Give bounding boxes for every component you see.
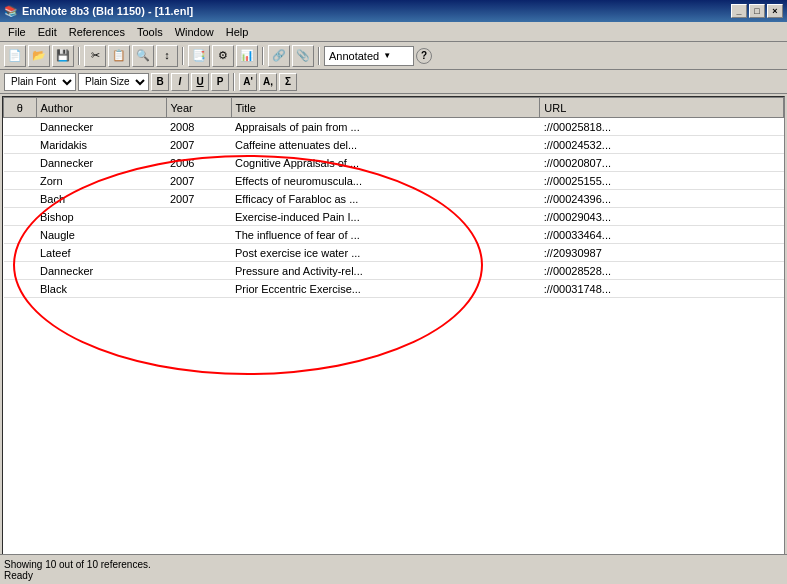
menu-edit[interactable]: Edit <box>32 23 63 41</box>
size-select[interactable]: Plain Size <box>78 73 149 91</box>
maximize-button[interactable]: □ <box>749 4 765 18</box>
cell-num <box>4 154 37 172</box>
cell-url: ://00029043... <box>540 208 784 226</box>
cell-author: Dannecker <box>36 262 166 280</box>
cell-num <box>4 262 37 280</box>
status-count: Showing 10 out of 10 references. <box>4 559 783 570</box>
cell-url: ://00033464... <box>540 226 784 244</box>
cell-year <box>166 244 231 262</box>
cell-num <box>4 118 37 136</box>
special2-button[interactable]: A, <box>259 73 277 91</box>
open-button[interactable]: 📂 <box>28 45 50 67</box>
copy-button[interactable]: 📋 <box>108 45 130 67</box>
special3-button[interactable]: Σ <box>279 73 297 91</box>
style-dropdown[interactable]: Annotated ▼ <box>324 46 414 66</box>
table-row[interactable]: Zorn 2007 Effects of neuromuscula... ://… <box>4 172 784 190</box>
col-header-author[interactable]: Author <box>36 98 166 118</box>
menu-references[interactable]: References <box>63 23 131 41</box>
table-row[interactable]: Black Prior Eccentric Exercise... ://000… <box>4 280 784 298</box>
col-header-title[interactable]: Title <box>231 98 540 118</box>
menu-tools[interactable]: Tools <box>131 23 169 41</box>
toolbar-btn-5[interactable]: 📑 <box>188 45 210 67</box>
style-dropdown-label: Annotated <box>329 50 379 62</box>
cell-title: Caffeine attenuates del... <box>231 136 540 154</box>
cell-url: ://00024532... <box>540 136 784 154</box>
cell-title: Pressure and Activity-rel... <box>231 262 540 280</box>
title-bar: 📚 EndNote 8b3 (Bld 1150) - [11.enl] _ □ … <box>0 0 787 22</box>
special1-button[interactable]: A' <box>239 73 257 91</box>
save-button[interactable]: 💾 <box>52 45 74 67</box>
italic-button[interactable]: I <box>171 73 189 91</box>
cell-title: Efficacy of Farabloc as ... <box>231 190 540 208</box>
cell-num <box>4 244 37 262</box>
table-header-row: θ Author Year Title URL <box>4 98 784 118</box>
font-select[interactable]: Plain Font <box>4 73 76 91</box>
cell-year: 2007 <box>166 172 231 190</box>
minimize-button[interactable]: _ <box>731 4 747 18</box>
cell-year <box>166 280 231 298</box>
menu-window[interactable]: Window <box>169 23 220 41</box>
cell-author: Bishop <box>36 208 166 226</box>
menu-help[interactable]: Help <box>220 23 255 41</box>
sort-button[interactable]: ↕ <box>156 45 178 67</box>
bold-button[interactable]: B <box>151 73 169 91</box>
cell-year <box>166 226 231 244</box>
reference-table: θ Author Year Title URL Dannecker 2008 A… <box>3 97 784 298</box>
toolbar-sep-4 <box>318 47 320 65</box>
cell-title: Prior Eccentric Exercise... <box>231 280 540 298</box>
status-ready: Ready <box>4 570 783 581</box>
col-header-num[interactable]: θ <box>4 98 37 118</box>
table-row[interactable]: Bach 2007 Efficacy of Farabloc as ... :/… <box>4 190 784 208</box>
close-button[interactable]: × <box>767 4 783 18</box>
cell-year: 2007 <box>166 136 231 154</box>
table-row[interactable]: Dannecker Pressure and Activity-rel... :… <box>4 262 784 280</box>
new-button[interactable]: 📄 <box>4 45 26 67</box>
toolbar-btn-7[interactable]: 📊 <box>236 45 258 67</box>
cell-url: ://00020807... <box>540 154 784 172</box>
table-row[interactable]: Dannecker 2008 Appraisals of pain from .… <box>4 118 784 136</box>
cell-year <box>166 262 231 280</box>
table-row[interactable]: Lateef Post exercise ice water ... ://20… <box>4 244 784 262</box>
table-row[interactable]: Dannecker 2006 Cognitive Appraisals of .… <box>4 154 784 172</box>
cell-url: ://00025155... <box>540 172 784 190</box>
cell-url: ://00025818... <box>540 118 784 136</box>
toolbar-btn-8[interactable]: 🔗 <box>268 45 290 67</box>
cut-button[interactable]: ✂ <box>84 45 106 67</box>
help-button[interactable]: ? <box>416 48 432 64</box>
cell-year: 2008 <box>166 118 231 136</box>
cell-author: Dannecker <box>36 154 166 172</box>
col-header-year[interactable]: Year <box>166 98 231 118</box>
cell-title: Effects of neuromuscula... <box>231 172 540 190</box>
col-header-url[interactable]: URL <box>540 98 784 118</box>
menu-file[interactable]: File <box>2 23 32 41</box>
cell-author: Lateef <box>36 244 166 262</box>
cell-num <box>4 226 37 244</box>
underline-button[interactable]: U <box>191 73 209 91</box>
format-sep-1 <box>233 73 235 91</box>
cell-year: 2007 <box>166 190 231 208</box>
superscript-button[interactable]: P <box>211 73 229 91</box>
cell-url: ://00031748... <box>540 280 784 298</box>
cell-year <box>166 208 231 226</box>
title-bar-text: EndNote 8b3 (Bld 1150) - [11.enl] <box>22 5 731 17</box>
table-body: Dannecker 2008 Appraisals of pain from .… <box>4 118 784 298</box>
table-row[interactable]: Naugle The influence of fear of ... ://0… <box>4 226 784 244</box>
table-row[interactable]: Bishop Exercise-induced Pain I... ://000… <box>4 208 784 226</box>
title-bar-buttons: _ □ × <box>731 4 783 18</box>
toolbar-sep-3 <box>262 47 264 65</box>
cell-title: Cognitive Appraisals of ... <box>231 154 540 172</box>
chevron-down-icon: ▼ <box>383 51 391 60</box>
cell-url: ://00024396... <box>540 190 784 208</box>
table-row[interactable]: Maridakis 2007 Caffeine attenuates del..… <box>4 136 784 154</box>
status-bar: Showing 10 out of 10 references. Ready <box>0 554 787 584</box>
toolbar-btn-9[interactable]: 📎 <box>292 45 314 67</box>
cell-title: The influence of fear of ... <box>231 226 540 244</box>
toolbar: 📄 📂 💾 ✂ 📋 🔍 ↕ 📑 ⚙ 📊 🔗 📎 Annotated ▼ ? <box>0 42 787 70</box>
cell-author: Maridakis <box>36 136 166 154</box>
search-button[interactable]: 🔍 <box>132 45 154 67</box>
cell-author: Zorn <box>36 172 166 190</box>
cell-title: Appraisals of pain from ... <box>231 118 540 136</box>
format-bar: Plain Font Plain Size B I U P A' A, Σ <box>0 70 787 94</box>
toolbar-btn-6[interactable]: ⚙ <box>212 45 234 67</box>
cell-author: Dannecker <box>36 118 166 136</box>
